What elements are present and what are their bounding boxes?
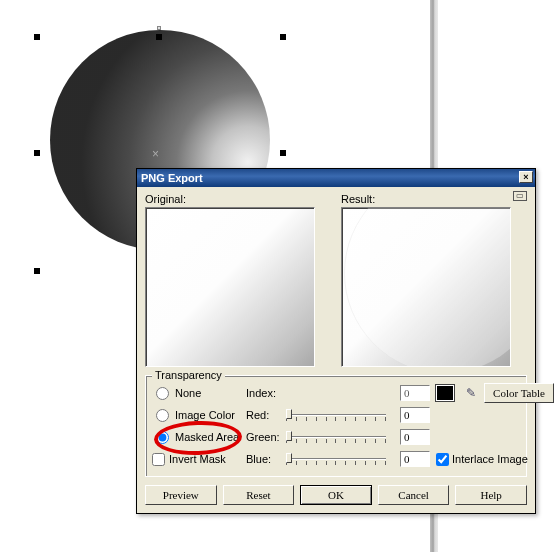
radio-image-color-label: Image Color — [175, 409, 235, 421]
radio-image-color-input[interactable] — [156, 409, 169, 422]
png-export-dialog: PNG Export × ▭ Original: Result: Transpa… — [136, 168, 536, 514]
original-preview — [145, 207, 315, 367]
transparency-group: Transparency None Index: ✎ Color Table I… — [145, 375, 527, 477]
red-slider[interactable] — [286, 408, 386, 422]
index-label: Index: — [246, 387, 282, 399]
interlace-label: Interlace Image — [452, 453, 528, 465]
invert-mask-checkbox[interactable] — [152, 453, 165, 466]
dialog-title: PNG Export — [141, 172, 203, 184]
rotate-handle[interactable] — [157, 26, 161, 30]
original-label: Original: — [145, 193, 331, 205]
radio-masked-area[interactable]: Masked Area — [152, 431, 242, 444]
options-icon[interactable]: ▭ — [513, 191, 527, 201]
result-preview — [341, 207, 511, 367]
color-table-button[interactable]: Color Table — [484, 383, 554, 403]
radio-masked-area-input[interactable] — [156, 431, 169, 444]
eyedropper-icon[interactable]: ✎ — [464, 385, 478, 401]
radio-none-input[interactable] — [156, 387, 169, 400]
green-input[interactable] — [400, 429, 430, 445]
index-input — [400, 385, 430, 401]
blue-input[interactable] — [400, 451, 430, 467]
radio-masked-area-label: Masked Area — [175, 431, 239, 443]
transparency-legend: Transparency — [152, 369, 225, 381]
color-swatch[interactable] — [436, 385, 454, 401]
reset-button[interactable]: Reset — [223, 485, 295, 505]
preview-button[interactable]: Preview — [145, 485, 217, 505]
selection-handle[interactable] — [34, 150, 40, 156]
red-label: Red: — [246, 409, 282, 421]
dialog-titlebar[interactable]: PNG Export × — [137, 169, 535, 187]
radio-none[interactable]: None — [152, 387, 242, 400]
radio-invert-mask[interactable]: Invert Mask — [152, 453, 242, 466]
invert-mask-label: Invert Mask — [169, 453, 226, 465]
result-label: Result: — [341, 193, 527, 205]
blue-slider[interactable] — [286, 452, 386, 466]
cancel-button[interactable]: Cancel — [378, 485, 450, 505]
help-button[interactable]: Help — [455, 485, 527, 505]
interlace-row[interactable]: Interlace Image — [436, 453, 554, 466]
selection-handle[interactable] — [34, 34, 40, 40]
interlace-checkbox[interactable] — [436, 453, 449, 466]
radio-image-color[interactable]: Image Color — [152, 409, 242, 422]
selection-handle[interactable] — [156, 34, 162, 40]
selection-handle[interactable] — [280, 34, 286, 40]
ok-button[interactable]: OK — [300, 485, 372, 505]
green-slider[interactable] — [286, 430, 386, 444]
selection-handle[interactable] — [280, 150, 286, 156]
red-input[interactable] — [400, 407, 430, 423]
green-label: Green: — [246, 431, 282, 443]
radio-none-label: None — [175, 387, 201, 399]
blue-label: Blue: — [246, 453, 282, 465]
center-marker: × — [152, 147, 159, 161]
close-icon[interactable]: × — [519, 171, 533, 183]
selection-handle[interactable] — [34, 268, 40, 274]
